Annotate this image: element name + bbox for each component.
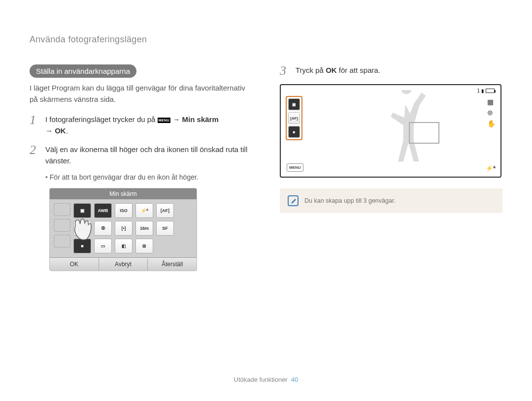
timer-icon: ⊚: [487, 109, 496, 117]
section-pill: Ställa in användarknapparna: [30, 64, 136, 78]
reset-button[interactable]: Återställ: [148, 258, 197, 271]
drag-hand-icon: [64, 208, 103, 247]
mini-screen-title: Min skärm: [50, 188, 197, 199]
step1-min-skarm: Min skärm: [182, 115, 219, 123]
shortcut-icon[interactable]: [AF]: [288, 112, 300, 124]
cancel-button[interactable]: Avbryt: [99, 258, 148, 271]
grid-option-icon[interactable]: ISO: [115, 203, 133, 218]
grid-option-icon[interactable]: ◧: [115, 239, 133, 253]
page-title: Använda fotograferingslägen: [30, 34, 502, 45]
grid-option-icon[interactable]: [•]: [115, 221, 133, 236]
right-column: 3 Tryck på OK för att spara. 1 ▮ ▣ [AF] …: [280, 64, 502, 271]
focus-frame-icon: [409, 122, 439, 144]
menu-icon: MENU: [158, 118, 171, 123]
battery-icon: [486, 89, 495, 93]
grid-option-icon[interactable]: ⚡ᴬ: [135, 203, 153, 218]
step-2: 2 Välj en av ikonerna till höger och dra…: [30, 144, 252, 167]
flash-indicator: ⚡ᴬ: [486, 165, 496, 172]
stabilizer-icon: ✋: [487, 120, 496, 127]
footer-section-label: Utökade funktioner: [234, 376, 288, 383]
shortcut-icon[interactable]: ■: [288, 126, 300, 138]
step3-ok: OK: [326, 66, 337, 74]
info-note: Du kan skapa upp till 3 genvägar.: [280, 188, 502, 213]
step-number: 1: [30, 114, 39, 137]
step3-prefix: Tryck på: [296, 66, 326, 74]
left-column: Ställa in användarknapparna I läget Prog…: [30, 64, 252, 271]
page-footer: Utökade funktioner 40: [0, 376, 532, 383]
step2-text: Välj en av ikonerna till höger och dra i…: [45, 144, 252, 167]
shortcut-panel: ▣ [AF] ■: [286, 96, 302, 140]
right-indicator-column: ▦ ⊚ ✋: [487, 98, 496, 127]
resolution-icon: ▦: [487, 98, 496, 106]
note-text: Du kan skapa upp till 3 genvägar.: [304, 197, 396, 204]
step-number: 3: [280, 64, 290, 77]
arrow-icon: →: [172, 115, 180, 123]
memory-card-icon: ▮: [481, 88, 484, 93]
menu-button[interactable]: MENU: [287, 163, 303, 172]
grid-option-icon[interactable]: ⊞: [135, 239, 153, 253]
step-3: 3 Tryck på OK för att spara.: [280, 64, 502, 77]
ok-button[interactable]: OK: [50, 258, 99, 271]
min-skarm-figure: Min skärm ▣ AWB ISO ⚡ᴬ [AF] ▢ ⦿ [•] 16m: [49, 188, 197, 271]
grid-option-icon[interactable]: 16m: [135, 221, 153, 236]
step-1: 1 I fotograferingsläget trycker du på ME…: [30, 114, 252, 137]
page-number: 40: [291, 376, 298, 383]
note-icon: [288, 195, 299, 206]
camera-preview-figure: 1 ▮ ▣ [AF] ■ MENU ▦ ⊚ ✋ ⚡ᴬ: [280, 84, 501, 178]
step2-bullet: För att ta bort genvägar drar du en ikon…: [45, 173, 252, 181]
shortcut-icon[interactable]: ▣: [288, 98, 300, 110]
grid-option-icon[interactable]: SF: [156, 221, 174, 236]
intro-text: I läget Program kan du lägga till genväg…: [30, 83, 252, 105]
arrow-icon: →: [45, 126, 53, 135]
grid-option-icon[interactable]: [AF]: [156, 203, 174, 218]
step3-suffix: för att spara.: [337, 66, 380, 74]
step-number: 2: [30, 144, 39, 167]
step1-prefix: I fotograferingsläget trycker du på: [45, 115, 158, 123]
status-bar: 1 ▮: [477, 88, 495, 93]
shot-count: 1: [477, 88, 480, 93]
step1-ok: OK: [55, 126, 66, 135]
